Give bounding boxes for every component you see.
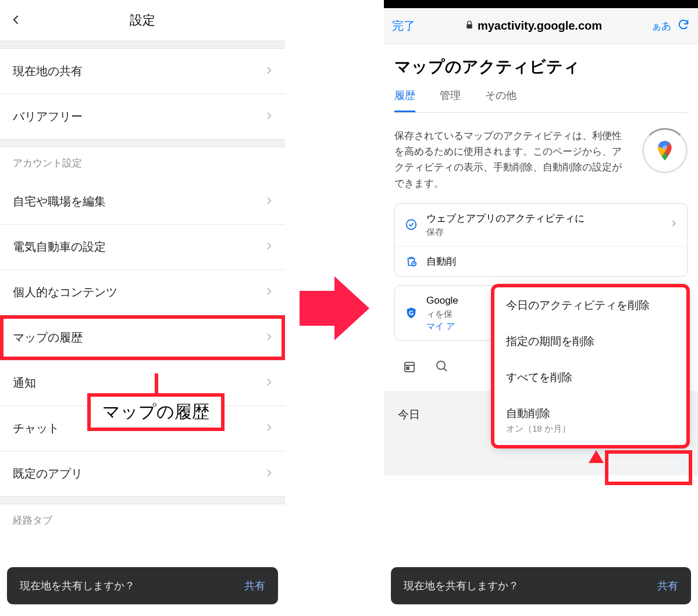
- toast-action-share[interactable]: 共有: [657, 579, 678, 593]
- activity-description: 保存されているマップのアクティビティは、利便性を高めるために使用されます。このペ…: [394, 128, 631, 191]
- activity-pane: 完了 myactivity.google.com ぁあ マップのアクティビティ …: [384, 0, 698, 616]
- address-bar[interactable]: myactivity.google.com: [421, 19, 646, 33]
- row-label: 現在地の共有: [13, 63, 264, 79]
- popup-auto-delete-sub: オン（18 か月）: [506, 423, 675, 435]
- chevron-right-icon: [264, 422, 273, 435]
- page-title: 設定: [28, 12, 257, 29]
- chevron-right-icon: [264, 376, 273, 390]
- toast-message: 現在地を共有しますか？: [404, 579, 657, 593]
- popup-delete-range[interactable]: 指定の期間を削除: [494, 323, 686, 359]
- search-icon[interactable]: [435, 359, 450, 375]
- browser-header: 完了 myactivity.google.com ぁあ: [384, 8, 698, 44]
- share-location-toast: 現在地を共有しますか？ 共有: [391, 567, 691, 604]
- chevron-right-icon: [264, 467, 273, 480]
- row-label: 電気自動車の設定: [13, 239, 264, 255]
- popup-auto-delete[interactable]: 自動削除 オン（18 か月）: [494, 396, 686, 445]
- chevron-right-icon: [669, 219, 678, 230]
- row-label: 自宅や職場を編集: [13, 194, 264, 209]
- row-maps-history[interactable]: マップの履歴: [0, 315, 285, 360]
- popup-delete-all[interactable]: すべてを削除: [494, 359, 686, 396]
- card-text-sub: 保存: [426, 226, 661, 238]
- row-personal-content[interactable]: 個人的なコンテンツ: [0, 270, 285, 315]
- card-text-auto: 自動削: [426, 256, 456, 267]
- svg-rect-7: [407, 367, 409, 369]
- svg-text:G: G: [409, 310, 414, 316]
- tab-other[interactable]: その他: [485, 88, 517, 112]
- chevron-right-icon: [264, 240, 273, 254]
- card-row-auto-delete[interactable]: 自動削: [395, 246, 687, 277]
- card-text-top: ウェブとアプリのアクティビティに: [426, 212, 661, 226]
- row-label: マップの履歴: [13, 330, 264, 346]
- row-ev-settings[interactable]: 電気自動車の設定: [0, 225, 285, 269]
- section-route: 経路タブ: [0, 504, 285, 536]
- toast-message: 現在地を共有しますか？: [20, 579, 244, 593]
- activity-title: マップのアクティビティ: [394, 56, 688, 78]
- arrow-right-icon: [300, 276, 369, 340]
- chevron-right-icon: [264, 65, 273, 78]
- chevron-right-icon: [264, 110, 273, 123]
- row-edit-home-work[interactable]: 自宅や職場を編集: [0, 179, 285, 224]
- popup-auto-delete-label: 自動削除: [506, 407, 550, 419]
- transition-arrow: [285, 0, 384, 616]
- row-default-apps[interactable]: 既定のアプリ: [0, 451, 285, 496]
- tabs: 履歴 管理 その他: [394, 88, 688, 113]
- settings-pane: 設定 現在地の共有 バリアフリー アカウント設定 自宅や職場を編集 電気自動車の…: [0, 0, 285, 616]
- annotation-stem: [155, 373, 158, 394]
- popup-delete-today[interactable]: 今日のアクティビティを削除: [494, 287, 686, 323]
- svg-point-8: [437, 361, 445, 369]
- check-circle-icon: [404, 218, 418, 231]
- section-label: 経路タブ: [13, 514, 273, 527]
- calendar-icon[interactable]: [403, 359, 418, 375]
- section-account: アカウント設定: [0, 147, 285, 179]
- back-button[interactable]: [10, 12, 28, 30]
- row-label: 通知: [13, 375, 264, 391]
- auto-delete-icon: [404, 255, 418, 268]
- delete-popup: 今日のアクティビティを削除 指定の期間を削除 すべてを削除 自動削除 オン（18…: [494, 287, 686, 445]
- row-label: 既定のアプリ: [13, 466, 264, 482]
- annotation-callout: マップの履歴: [87, 393, 225, 431]
- chevron-right-icon: [264, 286, 273, 299]
- share-location-toast: 現在地を共有しますか？ 共有: [7, 567, 278, 604]
- reload-button[interactable]: [677, 18, 690, 34]
- chevron-right-icon: [264, 195, 273, 208]
- done-button[interactable]: 完了: [392, 18, 415, 34]
- section-label: アカウント設定: [13, 156, 273, 170]
- text-size-button[interactable]: ぁあ: [651, 19, 671, 33]
- annotation-arrow-up: [587, 450, 605, 468]
- row-location-sharing[interactable]: 現在地の共有: [0, 49, 285, 94]
- toast-action-share[interactable]: 共有: [244, 579, 265, 593]
- svg-line-9: [444, 368, 447, 371]
- tab-history[interactable]: 履歴: [394, 88, 415, 112]
- row-label: バリアフリー: [13, 109, 264, 124]
- lock-icon: [465, 20, 474, 31]
- card-row-web-activity[interactable]: ウェブとアプリのアクティビティに 保存: [395, 204, 687, 246]
- annotation-text: マップの履歴: [102, 402, 209, 421]
- card-web-app-activity: ウェブとアプリのアクティビティに 保存 自動削: [394, 203, 688, 277]
- tab-manage[interactable]: 管理: [440, 88, 461, 112]
- shield-g-icon: G: [404, 307, 418, 319]
- svg-marker-11: [589, 450, 604, 463]
- status-bar: [384, 0, 698, 8]
- svg-marker-0: [300, 276, 369, 340]
- url-text: myactivity.google.com: [478, 19, 602, 33]
- maps-pin-badge: [642, 128, 688, 173]
- svg-point-2: [407, 220, 416, 230]
- row-label: 個人的なコンテンツ: [13, 284, 264, 300]
- row-barrier-free[interactable]: バリアフリー: [0, 94, 285, 139]
- chevron-right-icon: [264, 331, 273, 344]
